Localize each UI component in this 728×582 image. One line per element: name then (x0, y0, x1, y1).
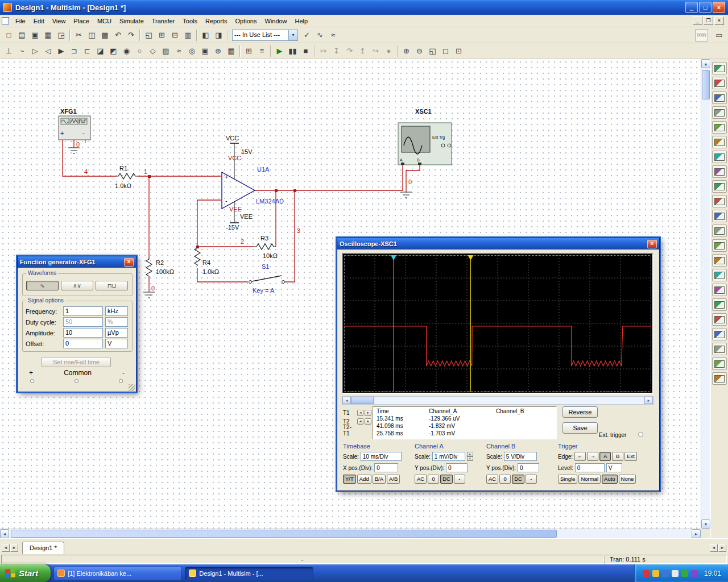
tray-icon-4[interactable] (672, 570, 679, 577)
scope-close-button[interactable]: × (647, 240, 657, 248)
place-mcu-button[interactable]: ▦ (225, 45, 238, 57)
iv-analyzer-instrument-icon[interactable] (712, 210, 727, 222)
print-preview-button[interactable]: ◲ (55, 29, 68, 41)
menu-window[interactable]: Window (260, 16, 291, 26)
place-rf-button[interactable]: ≈ (172, 45, 185, 57)
trigger-source-ext-button[interactable]: Ext (624, 452, 637, 461)
fg-frequency-input[interactable]: 1 (63, 306, 103, 316)
channel-a-scale-spinner[interactable]: ▲▼ (467, 452, 473, 461)
measurement-probe-instrument-icon[interactable] (712, 328, 727, 340)
tabrow-right-arrow[interactable]: ► (718, 544, 726, 552)
channel-b-0-button[interactable]: 0 (499, 475, 511, 484)
channel-a-0-button[interactable]: 0 (428, 475, 439, 484)
function-generator-window[interactable]: Function generator-XFG1 × Waveforms ∿∧∨⊓… (17, 256, 136, 392)
channel-a---button[interactable]: - (454, 475, 465, 484)
wattmeter-instrument-icon[interactable] (712, 92, 727, 104)
undo-button[interactable]: ↶ (111, 29, 125, 41)
place-ni-component-button[interactable]: ▣ (198, 45, 212, 57)
toggle-breakpoint-button[interactable]: ● (382, 45, 395, 57)
zoom-out-button[interactable]: ⊖ (413, 45, 426, 57)
taskbar-task-1[interactable]: [1] Elektronikában ke... (53, 567, 182, 580)
save-button[interactable]: Save (562, 422, 598, 434)
place-advanced-peripherals-button[interactable]: ▨ (159, 45, 172, 57)
database-manager-button[interactable]: ◨ (212, 29, 225, 41)
agilent-function-generator-instrument-icon[interactable] (712, 269, 727, 281)
trigger-level-unit[interactable]: V (606, 463, 622, 472)
function-generator-instrument-icon[interactable] (712, 77, 727, 89)
menu-view[interactable]: View (48, 16, 70, 26)
place-indicator-button[interactable]: ◉ (120, 45, 133, 57)
place-hierarchical-block-button[interactable]: ⊞ (242, 45, 255, 57)
pause-simulation-button[interactable]: ▮▮ (286, 45, 299, 57)
channel-b-ac-button[interactable]: AC (486, 475, 498, 484)
multimeter-instrument-icon[interactable] (712, 62, 727, 74)
function-generator-symbol[interactable]: + - (59, 116, 90, 143)
channel-a-scale-input[interactable]: 1 mV/Div (432, 452, 465, 461)
channel-a-ypos-input[interactable]: 0 (446, 463, 468, 472)
labview-instrument-instrument-icon[interactable] (712, 343, 727, 355)
step-over-button[interactable]: ↷ (343, 45, 356, 57)
trigger-rising-edge-button[interactable]: ⌐ (574, 452, 586, 461)
tray-icon-5[interactable] (681, 570, 688, 577)
fg-minus-terminal[interactable] (119, 379, 123, 383)
canvas-vertical-scrollbar[interactable]: ▲ ▼ (701, 59, 710, 529)
sheet-properties-button[interactable]: ⊟ (168, 29, 181, 41)
cut-button[interactable]: ✂ (72, 29, 85, 41)
word-generator-instrument-icon[interactable] (712, 165, 727, 178)
canvas-scroll-down-arrow[interactable]: ▼ (701, 519, 710, 529)
copy-button[interactable]: ◫ (85, 29, 98, 41)
fg-offset-unit[interactable]: V (105, 339, 128, 348)
full-screen-button[interactable]: ◱ (142, 29, 155, 41)
close-button[interactable]: × (713, 2, 725, 13)
sine-wave-button[interactable]: ∿ (26, 281, 59, 290)
t2-left-button[interactable]: ◄ (357, 418, 364, 425)
place-misc-digital-button[interactable]: ◪ (94, 45, 107, 57)
canvas-scroll-left-arrow[interactable]: ◄ (0, 529, 9, 538)
channel-b-ypos-input[interactable]: 0 (518, 463, 539, 472)
place-mixed-button[interactable]: ◩ (107, 45, 120, 57)
t1-right-button[interactable]: ► (365, 410, 371, 416)
fg-common-terminal[interactable] (75, 379, 78, 383)
fg-duty-cycle-input[interactable]: 50 (63, 317, 103, 327)
trigger-none-button[interactable]: None (619, 475, 636, 484)
menu-tools[interactable]: Tools (179, 16, 201, 26)
place-bus-button[interactable]: ≡ (255, 45, 268, 57)
fg-title-bar[interactable]: Function generator-XFG1 × (18, 256, 136, 268)
spreadsheet-view-button[interactable]: ▥ (181, 29, 195, 41)
scope-scroll-left-arrow[interactable]: ◄ (342, 397, 351, 404)
channel-b-scale-input[interactable]: 5 V/Div (504, 452, 537, 461)
distortion-analyzer-instrument-icon[interactable] (712, 225, 727, 237)
mdi-minimize-button[interactable]: _ (693, 16, 702, 25)
trigger-normal-button[interactable]: Normal (578, 475, 601, 484)
zoom-fit-button[interactable]: ◻ (439, 45, 452, 57)
mdi-restore-button[interactable]: ❐ (704, 16, 713, 25)
menu-help[interactable]: Help (291, 16, 312, 26)
timebase-xpos-input[interactable]: 0 (374, 463, 398, 472)
timebase-add-button[interactable]: Add (357, 475, 371, 484)
title-bar[interactable]: Design1 - Multisim - [Design1 *] _ □ × (0, 0, 728, 15)
step-into-button[interactable]: ↧ (330, 45, 343, 57)
trigger-single-button[interactable]: Single (558, 475, 577, 484)
set-rise-fall-time-button[interactable]: Set rise/Fall time (42, 357, 111, 367)
timebase-a-b-button[interactable]: A/B (387, 475, 400, 484)
place-misc-button[interactable]: ◇ (146, 45, 159, 57)
network-analyzer-instrument-icon[interactable] (712, 254, 727, 267)
tray-icon-1[interactable] (643, 570, 650, 577)
oscilloscope-instrument-icon[interactable] (712, 106, 727, 119)
agilent-oscilloscope-instrument-icon[interactable] (712, 298, 727, 311)
zoom-area-button[interactable]: ◱ (426, 45, 439, 57)
run-simulation-button[interactable]: ▶ (273, 45, 286, 57)
tray-icon-3[interactable] (662, 570, 669, 577)
resistor-r1[interactable] (116, 173, 138, 179)
spectrum-analyzer-instrument-icon[interactable] (712, 239, 727, 252)
agilent-multimeter-instrument-icon[interactable] (712, 284, 727, 296)
cursor-t2-marker[interactable] (468, 255, 473, 260)
open-button[interactable]: ▤ (15, 29, 28, 41)
postprocessor-button[interactable]: ≈ (326, 29, 340, 41)
resistor-r4[interactable] (195, 247, 200, 266)
trigger-level-input[interactable]: 0 (575, 463, 605, 472)
switch-s1[interactable] (249, 276, 285, 284)
place-cmos-button[interactable]: ⊏ (81, 45, 94, 57)
place-ttl-button[interactable]: ⊐ (68, 45, 81, 57)
channel-b---button[interactable]: - (526, 475, 537, 484)
